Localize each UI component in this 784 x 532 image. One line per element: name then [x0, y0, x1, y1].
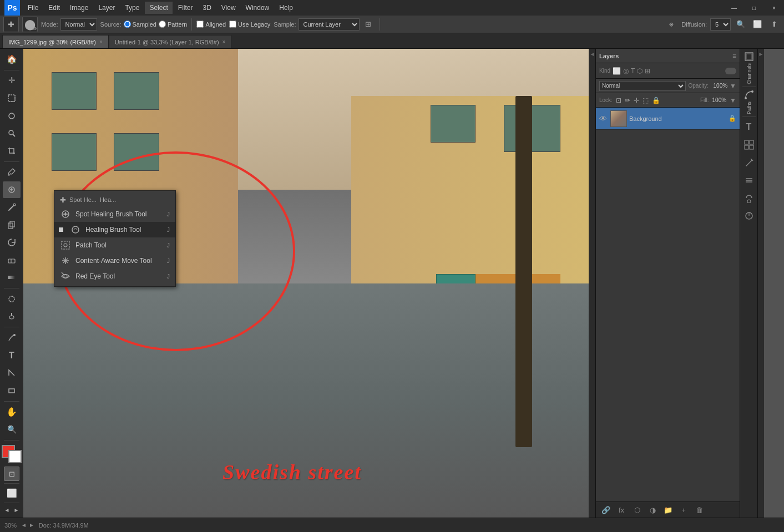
eraser-tool[interactable] [3, 252, 21, 268]
grid-strip-icon[interactable] [741, 137, 757, 153]
hand-tool[interactable]: ✋ [3, 403, 21, 420]
layers-menu-icon[interactable]: ≡ [732, 52, 736, 60]
history-brush-tool[interactable] [3, 234, 21, 251]
lock-artboard-icon[interactable]: ⬚ [643, 97, 649, 104]
menu-file[interactable]: File [23, 2, 43, 14]
panel-collapse-handle[interactable]: ◄ [589, 49, 595, 518]
layer-visibility-eye[interactable]: 👁 [599, 114, 608, 123]
flyout-item-content-aware[interactable]: Content-Aware Move Tool J [54, 253, 175, 268]
background-color[interactable] [8, 450, 22, 463]
sample-select[interactable]: Current Layer [299, 18, 360, 31]
source-sampled-radio[interactable] [124, 21, 131, 28]
layer-add-icon[interactable]: + [677, 504, 690, 515]
layer-delete-icon[interactable]: 🗑 [692, 504, 706, 515]
menu-view[interactable]: View [217, 2, 240, 14]
pen-tool[interactable] [3, 330, 21, 346]
circle-strip-icon[interactable] [741, 208, 757, 224]
lock-image-icon[interactable]: ✏ [625, 97, 630, 104]
paths-panel-button[interactable]: Paths [743, 89, 755, 114]
lasso-tool[interactable] [3, 108, 21, 124]
quick-selection-tool[interactable] [3, 125, 21, 141]
healing-tool[interactable] [3, 181, 21, 198]
marquee-tool[interactable] [3, 90, 21, 107]
blur-tool[interactable] [3, 291, 21, 307]
share-icon[interactable]: ⬆ [767, 18, 781, 31]
tab-img1299[interactable]: IMG_1299.jpg @ 30% (RGB/8#) × [2, 35, 109, 48]
type-tool-strip[interactable]: T [741, 119, 757, 135]
canvas-area[interactable]: Swedish street ✚ Spot He... Hea... Spot … [23, 49, 589, 518]
minimize-button[interactable]: — [724, 0, 744, 16]
quick-mask-button[interactable]: ⊡ [4, 467, 19, 481]
zoom-tool[interactable]: 🔍 [3, 421, 21, 438]
source-pattern-radio[interactable] [159, 21, 166, 28]
lock-position-icon[interactable]: ✛ [634, 97, 639, 104]
edit-strip-icon[interactable] [741, 155, 757, 170]
fill-arrow-icon[interactable]: ▼ [730, 97, 736, 104]
arrows-button-2[interactable]: ► [13, 506, 21, 514]
path-selection-tool[interactable] [3, 364, 21, 381]
menu-window[interactable]: Window [241, 2, 274, 14]
align-strip-icon[interactable] [741, 173, 757, 188]
aligned-checkbox[interactable] [196, 21, 204, 28]
filter-type-icon[interactable]: T [631, 67, 635, 75]
menu-filter[interactable]: Filter [174, 2, 198, 14]
filter-smart-icon[interactable]: ⊞ [645, 67, 650, 75]
filter-pixel-icon[interactable]: ⬜ [613, 67, 621, 75]
brush-preset-icon[interactable]: 19 ⬤ [22, 17, 38, 32]
maximize-button[interactable]: □ [744, 0, 764, 16]
sample-icon[interactable]: ⊞ [362, 18, 375, 31]
tab-untitled1-close[interactable]: × [222, 39, 226, 45]
shape-tool[interactable] [3, 382, 21, 399]
lock-all-icon[interactable]: 🔒 [652, 97, 660, 104]
brush-tool[interactable] [3, 199, 21, 216]
menu-type[interactable]: Type [120, 2, 144, 14]
tab-untitled1[interactable]: Untitled-1 @ 33,3% (Layer 1, RGB/8#) × [109, 35, 232, 48]
right-collapse-handle[interactable]: ► [757, 49, 764, 518]
panel-options-icon[interactable]: ⬜ [751, 18, 764, 31]
flyout-item-red-eye[interactable]: Red Eye Tool J [54, 268, 175, 284]
menu-help[interactable]: Help [275, 2, 297, 14]
search-icon[interactable]: 🔍 [734, 18, 747, 31]
flyout-item-patch[interactable]: Patch Tool J [54, 237, 175, 253]
filter-adjust-icon[interactable]: ◎ [623, 67, 629, 75]
filter-shape-icon[interactable]: ⬡ [637, 67, 643, 75]
layer-fx-icon[interactable]: fx [615, 504, 628, 515]
home-tool[interactable]: 🏠 [3, 51, 21, 68]
gradient-tool[interactable] [3, 269, 21, 286]
close-button[interactable]: × [764, 0, 784, 16]
eyedropper-tool[interactable] [3, 164, 21, 181]
transform-strip-icon[interactable] [741, 190, 757, 206]
move-tool[interactable]: ✛ [3, 73, 21, 89]
opacity-arrow-icon[interactable]: ▼ [730, 82, 736, 90]
layer-adjustment-icon[interactable]: ◑ [646, 504, 659, 515]
menu-select[interactable]: Select [145, 2, 172, 14]
tab-img1299-close[interactable]: × [99, 39, 103, 45]
flyout-item-spot-healing[interactable]: Spot Healing Brush Tool J [54, 206, 175, 222]
layer-folder-icon[interactable]: 📁 [661, 504, 675, 515]
prev-arrow[interactable]: ◄ [21, 522, 27, 528]
filter-toggle[interactable] [725, 68, 736, 74]
menu-edit[interactable]: Edit [44, 2, 64, 14]
menu-image[interactable]: Image [65, 2, 93, 14]
layer-mode-select[interactable]: Normal [599, 81, 686, 91]
channels-panel-button[interactable]: Channels [743, 51, 755, 84]
screen-mode-button[interactable]: ⬜ [4, 486, 19, 500]
dodge-tool[interactable] [3, 308, 21, 325]
layer-link-icon[interactable]: 🔗 [599, 504, 613, 515]
menu-3d[interactable]: 3D [198, 2, 215, 14]
mode-select[interactable]: Normal [60, 18, 97, 31]
active-tool-icon[interactable]: ✚ [3, 17, 19, 32]
next-arrow[interactable]: ► [29, 522, 34, 528]
layer-mask-icon[interactable]: ⬡ [630, 504, 644, 515]
diffusion-select[interactable]: 5 [710, 18, 731, 31]
type-tool[interactable]: T [3, 347, 21, 364]
crop-tool[interactable] [3, 143, 21, 159]
healing-preview-icon[interactable]: ⎈ [665, 18, 678, 31]
arrows-button[interactable]: ◄ [3, 506, 11, 514]
use-legacy-checkbox[interactable] [229, 21, 236, 28]
clone-stamp-tool[interactable] [3, 216, 21, 233]
lock-transparency-icon[interactable]: ⊡ [616, 97, 621, 104]
menu-layer[interactable]: Layer [94, 2, 119, 14]
layer-item-background[interactable]: 👁 Background 🔒 [596, 108, 740, 130]
flyout-item-healing[interactable]: Healing Brush Tool J [54, 222, 175, 237]
